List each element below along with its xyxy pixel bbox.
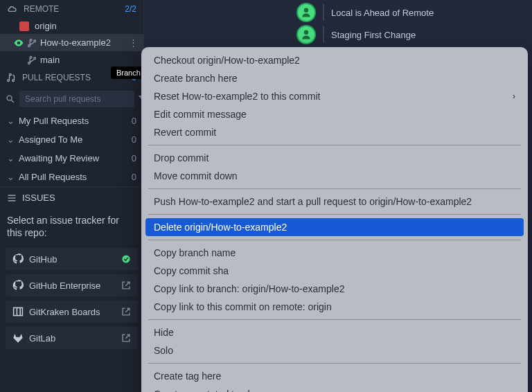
menu-item-label: Create tag here [154, 371, 221, 382]
boards-icon [12, 306, 24, 317]
branch-item-how-to-example2[interactable]: How-to-example2 ⋮ [0, 34, 143, 51]
origin-icon [19, 21, 29, 31]
pr-item-label: Assigned To Me [19, 134, 82, 145]
gitlab-icon [12, 332, 24, 344]
menu-item[interactable]: Copy commit sha [141, 262, 528, 280]
pr-item-awaiting[interactable]: ⌄ Awaiting My Review 0 [0, 149, 143, 168]
remote-origin-item[interactable]: origin [0, 18, 143, 34]
branch-icon [28, 55, 36, 65]
menu-separator [148, 145, 521, 145]
commit-row[interactable]: Staging First Change [144, 22, 532, 47]
menu-separator [148, 188, 521, 189]
tracker-github-enterprise[interactable]: GitHub Enterprise [6, 274, 138, 296]
pr-item-my[interactable]: ⌄ My Pull Requests 0 [0, 112, 143, 130]
menu-item-label: Move commit down [154, 170, 238, 181]
list-icon [7, 194, 17, 202]
menu-item-label: Hide [154, 327, 174, 338]
chevron-down-icon: ⌄ [7, 116, 15, 126]
external-link-icon [121, 280, 131, 290]
search-input[interactable] [19, 91, 134, 107]
origin-label: origin [35, 21, 57, 31]
pr-item-label: My Pull Requests [19, 116, 89, 126]
commit-avatar-icon [296, 25, 316, 44]
menu-item[interactable]: Copy link to this commit on remote: orig… [141, 298, 528, 316]
tracker-github[interactable]: GitHub [6, 248, 138, 270]
eye-icon [14, 39, 24, 46]
menu-item-label: Copy commit sha [154, 265, 229, 276]
commit-label: Local is Ahead of Remote [331, 8, 434, 18]
issues-label: ISSUES [22, 193, 55, 203]
menu-item[interactable]: Push How-to-example2 and start a pull re… [141, 193, 528, 211]
commit-avatar-icon [296, 3, 316, 22]
menu-separator [148, 363, 521, 364]
search-icon [6, 94, 15, 104]
chevron-right-icon: › [513, 91, 515, 101]
menu-item-label: Reset How-to-example2 to this commit [154, 91, 320, 102]
tracker-label: GitLab [29, 333, 55, 344]
commit-row[interactable]: Local is Ahead of Remote [144, 0, 532, 25]
menu-separator [148, 240, 521, 240]
branch-icon [28, 38, 36, 48]
tracker-gitkraken[interactable]: GitKraken Boards [6, 301, 138, 323]
menu-item[interactable]: Copy branch name [141, 244, 528, 262]
pr-item-count: 0 [132, 153, 136, 163]
chevron-down-icon: ⌄ [7, 172, 15, 182]
pr-label: PULL REQUESTS [22, 73, 91, 82]
context-menu: Checkout origin/How-to-example2Create br… [141, 47, 528, 392]
chevron-down-icon: ⌄ [7, 153, 15, 163]
menu-item-label: Drop commit [154, 152, 209, 163]
menu-item-label: Copy link to branch: origin/How-to-examp… [154, 283, 344, 294]
remote-label: REMOTE [24, 4, 59, 14]
branch-label: How-to-example2 [40, 37, 111, 48]
menu-item[interactable]: Checkout origin/How-to-example2 [141, 51, 528, 69]
menu-item[interactable]: Revert commit [141, 123, 528, 141]
menu-item-label: Edit commit message [154, 109, 247, 120]
pr-item-label: All Pull Requests [19, 172, 87, 182]
status-ok-icon [121, 254, 131, 264]
menu-separator [148, 319, 521, 320]
svg-point-0 [7, 96, 12, 100]
chevron-down-icon: ⌄ [7, 134, 15, 145]
remote-section-header[interactable]: REMOTE 2/2 [0, 0, 143, 18]
sidebar: REMOTE 2/2 origin How-to-example2 ⋮ main [0, 0, 144, 392]
menu-item[interactable]: Reset How-to-example2 to this commit› [141, 87, 528, 105]
external-link-icon [121, 307, 131, 317]
menu-item[interactable]: Copy link to branch: origin/How-to-examp… [141, 280, 528, 298]
menu-item[interactable]: Edit commit message [141, 105, 528, 123]
more-icon[interactable]: ⋮ [129, 37, 138, 48]
menu-item-label: Delete origin/How-to-example2 [154, 222, 287, 233]
cloud-icon [7, 5, 18, 13]
tracker-gitlab[interactable]: GitLab [6, 327, 138, 349]
pr-item-all[interactable]: ⌄ All Pull Requests 0 [0, 168, 143, 186]
branch-label: main [40, 55, 60, 65]
pr-item-label: Awaiting My Review [19, 153, 99, 163]
menu-item-label: Create annotated tag here [154, 389, 267, 392]
issue-prompt: Select an issue tracker for this repo: [0, 208, 143, 246]
menu-item-label: Create branch here [154, 73, 238, 84]
svg-point-3 [304, 8, 308, 12]
commit-divider [323, 4, 324, 21]
pr-item-assigned[interactable]: ⌄ Assigned To Me 0 [0, 130, 143, 149]
github-icon [12, 253, 24, 265]
pr-item-count: 0 [132, 116, 136, 126]
menu-item[interactable]: Create tag here [141, 367, 528, 385]
issues-header[interactable]: ISSUES [0, 186, 143, 208]
pr-item-count: 0 [132, 172, 136, 182]
menu-separator [148, 214, 521, 215]
menu-item-label: Copy link to this commit on remote: orig… [154, 301, 332, 312]
menu-item[interactable]: Drop commit [141, 149, 528, 167]
svg-rect-2 [14, 308, 23, 316]
menu-item[interactable]: Hide [141, 323, 528, 341]
menu-item[interactable]: Delete origin/How-to-example2 [145, 218, 524, 236]
menu-item-label: Revert commit [154, 127, 216, 138]
tracker-label: GitKraken Boards [29, 307, 100, 317]
menu-item[interactable]: Move commit down [141, 167, 528, 185]
tracker-label: GitHub [29, 254, 57, 265]
menu-item[interactable]: Solo [141, 341, 528, 359]
menu-item[interactable]: Create annotated tag here [141, 385, 528, 392]
menu-item[interactable]: Create branch here [141, 69, 528, 87]
commit-label: Staging First Change [331, 30, 416, 40]
pr-item-count: 0 [132, 134, 136, 145]
remote-count: 2/2 [125, 4, 136, 14]
menu-item-label: Push How-to-example2 and start a pull re… [154, 196, 472, 207]
